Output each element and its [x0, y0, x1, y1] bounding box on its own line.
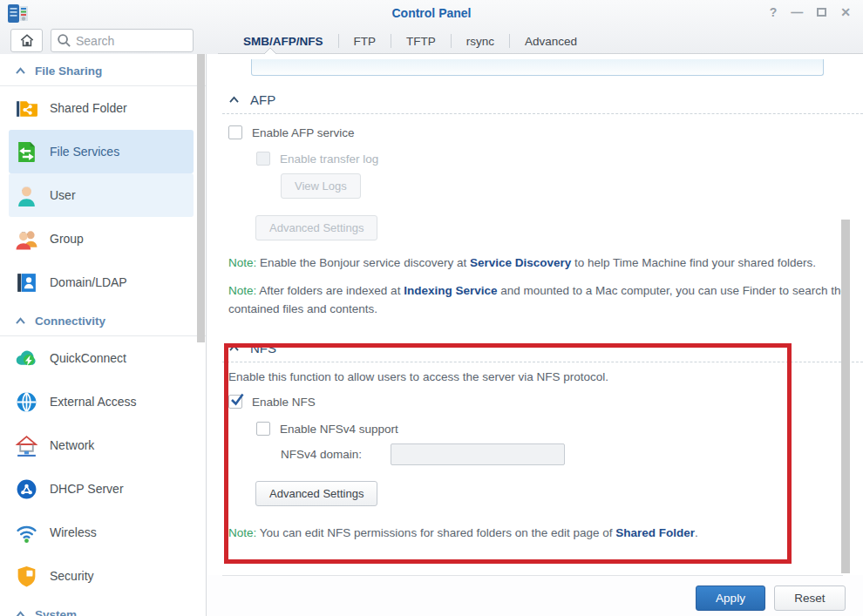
search-input[interactable]	[51, 29, 194, 52]
sidebar-item-label: QuickConnect	[50, 351, 126, 365]
sidebar-section-system[interactable]: System	[0, 605, 206, 616]
enable-nfs-label: Enable NFS	[252, 396, 316, 409]
sidebar-item-label: Shared Folder	[50, 101, 127, 115]
sidebar-item-domain-ldap[interactable]: Domain/LDAP	[9, 261, 194, 304]
tab-smb-afp-nfs[interactable]: SMB/AFP/NFS	[228, 35, 338, 48]
chevron-up-icon	[15, 611, 26, 616]
quickconnect-icon	[15, 347, 38, 370]
close-button[interactable]: ✕	[840, 5, 851, 19]
footer-bar: Apply Reset	[207, 575, 863, 616]
content-panel: AFP Enable AFP service Enable transfer l…	[207, 54, 863, 575]
section-divider	[222, 362, 863, 362]
tab-ftp[interactable]: FTP	[339, 35, 391, 48]
afp-note-indexing: Note: After folders are indexed at Index…	[228, 281, 849, 318]
help-button[interactable]: ?	[770, 5, 778, 19]
chevron-up-icon	[15, 317, 26, 325]
sidebar-item-label: Security	[50, 569, 94, 583]
sidebar-item-external-access[interactable]: External Access	[9, 380, 194, 423]
chevron-up-icon	[228, 96, 240, 104]
dhcp-server-icon	[15, 477, 38, 501]
reset-button[interactable]: Reset	[774, 586, 846, 611]
shared-folder-icon	[15, 97, 38, 120]
search-icon	[57, 33, 71, 48]
workgroup-input-partial[interactable]	[251, 59, 824, 76]
sidebar-item-user[interactable]: User	[9, 173, 194, 217]
footer-divider	[222, 575, 843, 576]
afp-advanced-settings-button[interactable]: Advanced Settings	[255, 215, 377, 240]
sidebar-item-shared-folder[interactable]: Shared Folder	[9, 86, 194, 130]
enable-afp-checkbox[interactable]	[228, 125, 242, 139]
group-icon	[15, 227, 38, 251]
sidebar-item-label: File Services	[50, 145, 119, 159]
chevron-up-icon	[228, 344, 240, 352]
sidebar-item-quickconnect[interactable]: QuickConnect	[9, 336, 194, 380]
header-strip: Control Panel ? — ✕ SMB/AFP/NFS FTP	[0, 0, 863, 54]
enable-transfer-log-label: Enable transfer log	[280, 152, 378, 166]
tab-tftp[interactable]: TFTP	[391, 35, 451, 48]
sidebar-section-file-sharing[interactable]: File Sharing	[0, 61, 206, 86]
checkmark-icon	[230, 393, 244, 406]
nfs-section-header[interactable]: NFS	[228, 341, 863, 355]
shared-folder-link[interactable]: Shared Folder	[615, 526, 695, 539]
indexing-service-link[interactable]: Indexing Service	[404, 284, 497, 297]
security-icon	[15, 565, 38, 588]
sidebar-item-group[interactable]: Group	[9, 217, 194, 261]
external-access-icon	[15, 390, 38, 414]
nfsv4-domain-label: NFSv4 domain:	[281, 448, 391, 461]
sidebar-item-label: External Access	[50, 395, 137, 409]
sidebar-item-dhcp-server[interactable]: DHCP Server	[9, 467, 194, 511]
section-divider	[222, 113, 863, 114]
sidebar-item-label: Domain/LDAP	[50, 275, 127, 289]
maximize-button[interactable]	[817, 8, 826, 17]
afp-note-bonjour: Note: Enable the Bonjour service discove…	[228, 254, 841, 272]
sidebar-section-connectivity[interactable]: Connectivity	[0, 311, 206, 336]
content-scrollbar-thumb[interactable]	[841, 220, 850, 573]
enable-transfer-log-checkbox[interactable]	[256, 152, 270, 166]
file-services-icon	[15, 140, 38, 164]
nfs-description: Enable this function to allow users to a…	[228, 370, 863, 383]
apply-button[interactable]: Apply	[696, 586, 765, 611]
sidebar-item-file-services[interactable]: File Services	[9, 130, 194, 173]
tab-rsync[interactable]: rsync	[452, 35, 509, 48]
sidebar-item-security[interactable]: Security	[9, 554, 194, 598]
nfs-note: Note: You can edit NFS permissions for s…	[228, 524, 849, 542]
service-discovery-link[interactable]: Service Discovery	[470, 256, 571, 269]
control-panel-window: Control Panel ? — ✕ SMB/AFP/NFS FTP	[0, 0, 863, 616]
domain-ldap-icon	[15, 271, 38, 294]
view-logs-button[interactable]: View Logs	[281, 173, 361, 199]
network-icon	[15, 434, 38, 457]
tab-bar: SMB/AFP/NFS FTP TFTP rsync Advanced	[228, 28, 592, 54]
sidebar-item-wireless[interactable]: Wireless	[9, 511, 194, 554]
enable-nfsv4-label: Enable NFSv4 support	[280, 423, 398, 436]
minimize-button[interactable]: —	[791, 5, 803, 19]
tab-advanced[interactable]: Advanced	[510, 35, 592, 48]
sidebar-item-label: User	[50, 188, 76, 202]
afp-section-header[interactable]: AFP	[228, 92, 863, 107]
wireless-icon	[15, 521, 38, 545]
enable-nfs-checkbox[interactable]	[228, 395, 242, 409]
sidebar-item-label: DHCP Server	[50, 482, 124, 496]
sidebar-item-label: Group	[50, 232, 84, 246]
nfs-advanced-settings-button[interactable]: Advanced Settings	[255, 481, 377, 506]
sidebar-scrollbar-thumb[interactable]	[197, 54, 205, 342]
sidebar-item-label: Network	[50, 438, 94, 452]
sidebar-item-label: Wireless	[50, 525, 97, 539]
nfsv4-domain-input[interactable]	[391, 443, 565, 465]
home-button[interactable]	[10, 29, 43, 52]
window-title: Control Panel	[0, 6, 863, 20]
sidebar-item-network[interactable]: Network	[9, 423, 194, 467]
enable-nfsv4-checkbox[interactable]	[256, 422, 270, 436]
sidebar: File Sharing Shared Folder File Services	[0, 54, 207, 616]
user-icon	[15, 184, 38, 207]
home-icon	[19, 33, 35, 48]
enable-afp-label: Enable AFP service	[252, 126, 355, 139]
chevron-up-icon	[15, 67, 26, 75]
